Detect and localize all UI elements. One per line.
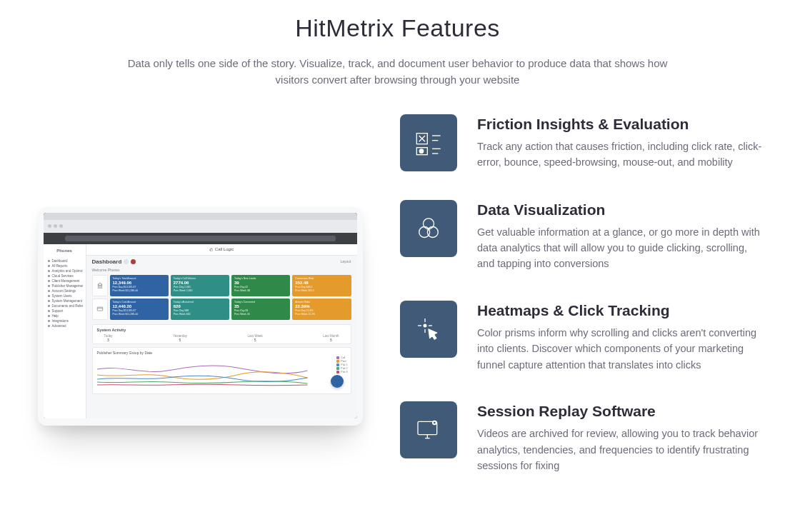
system-activity-card: System Activity Today3Yesterday5Last Wee… [92, 324, 351, 344]
hero-subtitle: Data only tells one side of the story. V… [126, 55, 669, 89]
feature-description: Color prisms inform why scrolling and cl… [477, 325, 766, 373]
info-icon [124, 259, 129, 264]
legend-item: Pub 2 [336, 367, 347, 370]
feature-description: Videos are archived for review, allowing… [477, 426, 766, 473]
sidebar-item: System Management [46, 298, 83, 303]
kpi-card: Conversion Rate352.48Prev Day 348.2Prev … [292, 275, 351, 296]
svg-point-7 [424, 218, 434, 229]
feature-row: Session Replay SoftwareVideos are archiv… [400, 401, 766, 473]
feature-title: Friction Insights & Evaluation [477, 116, 766, 133]
sidebar-item: Publisher Management [46, 283, 83, 288]
browser-urlbar [44, 233, 357, 244]
system-activity-col: Today3 [104, 334, 113, 342]
svg-point-8 [419, 226, 430, 237]
sidebar-item: Documents and References [46, 303, 83, 308]
layout-label: Layout [340, 259, 351, 264]
features-list: Friction Insights & EvaluationTrack any … [400, 114, 766, 474]
feature-description: Track any action that causes friction, i… [477, 139, 766, 171]
kpi-card: Today's Converted35Prev Day 33Prev Week … [231, 298, 290, 320]
sidebar-item: Account Settings [46, 288, 83, 293]
app-name: Call Logic [215, 247, 234, 251]
feature-row: Data VisualizationGet valuable informati… [400, 200, 766, 272]
kpi-card: Today's Call Volume2774.06Prev Day 2,561… [171, 275, 229, 296]
laptop-frame: Phones DashboardAll ReportsAnalytics and… [38, 207, 363, 426]
os-menubar [44, 213, 357, 220]
help-bubble-icon [331, 375, 344, 388]
feature-title: Data Visualization [477, 201, 766, 219]
sidebar-item: Advanced [46, 323, 83, 328]
svg-point-10 [424, 323, 427, 327]
chart-legend: CallPaidPub 1Pub 2Pub 3 [336, 356, 347, 373]
screenshot-mockup: Phones DashboardAll ReportsAnalytics and… [29, 114, 371, 474]
row-icon [92, 275, 108, 296]
sidebar-item: Integrations [46, 318, 83, 323]
sidebar-item: Client Management [46, 278, 83, 283]
dashboard-title: Dashboard [92, 259, 136, 265]
legend-item: Call [336, 356, 347, 359]
svg-point-9 [427, 226, 438, 237]
sidebar-item: Help [46, 313, 83, 318]
sidebar-header: Phones [46, 247, 83, 256]
kpi-card: Today's Total Amount12,349.06Prev Day $1… [110, 275, 169, 296]
kpi-card: Today's Answered620Prev Day 588Prev Week… [171, 298, 229, 320]
sidebar-item: Cloud Services [46, 273, 83, 278]
app-main: ✆ Call Logic Dashboard Layout [86, 244, 357, 418]
phone-icon: ✆ [209, 247, 213, 252]
app-sidebar: Phones DashboardAll ReportsAnalytics and… [44, 244, 86, 418]
feature-title: Session Replay Software [477, 403, 766, 420]
notification-dot-icon [131, 259, 136, 264]
system-activity-title: System Activity [97, 328, 346, 332]
app-brand-strip: ✆ Call Logic [86, 244, 357, 256]
welcome-text: Welcome Phones [86, 268, 357, 275]
system-activity-col: Last Week5 [247, 334, 262, 342]
feature-title: Heatmaps & Click Tracking [477, 302, 766, 319]
kpi-card: Today's Cost Amount12,440.20Prev Day $13… [110, 298, 169, 320]
feature-row: Friction Insights & EvaluationTrack any … [400, 114, 766, 171]
svg-point-19 [434, 422, 436, 424]
line-chart [97, 356, 346, 388]
sidebar-item: Support [46, 308, 83, 313]
sidebar-item: Analytics and Optimization [46, 268, 83, 273]
sidebar-item: All Reports [46, 264, 83, 268]
legend-item: Pub 1 [336, 363, 347, 366]
chart-title: Publisher Summary Group by Date [97, 351, 346, 355]
legend-item: Paid [336, 360, 347, 363]
system-activity-col: Yesterday5 [173, 334, 187, 342]
feature-row: Heatmaps & Click TrackingColor prisms in… [400, 301, 766, 373]
svg-rect-0 [97, 307, 103, 311]
click-target-icon [400, 301, 457, 358]
friction-icon [400, 114, 457, 171]
kpi-card: Answer Ratio22.39%Prev Day 21.8%Prev Wee… [292, 298, 351, 320]
browser-tabbar [44, 220, 357, 233]
hero-title: HitMetrix Features [29, 14, 766, 42]
chart-card: Publisher Summary Group by Date [92, 347, 351, 394]
system-activity-col: Last Month5 [323, 334, 339, 342]
feature-description: Get valuable information at a glance, or… [477, 224, 766, 272]
venn-icon [400, 200, 457, 257]
legend-item: Pub 3 [336, 371, 347, 373]
sidebar-item: System Users [46, 293, 83, 298]
sidebar-item: Dashboard [46, 259, 83, 264]
kpi-card: Today's New Leads39Prev Day 42Prev Week … [231, 275, 290, 296]
monitor-play-icon [400, 401, 457, 458]
row-icon [92, 298, 108, 320]
